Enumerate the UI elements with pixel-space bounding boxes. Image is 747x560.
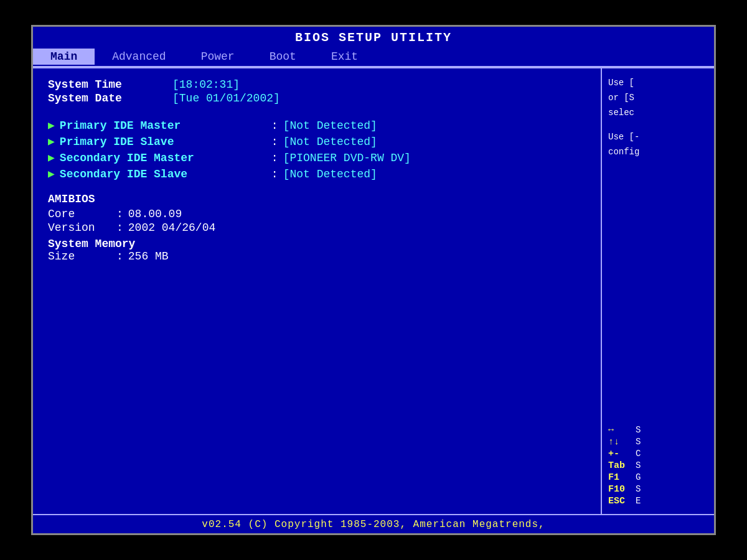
key-row-1: ↑↓ S [608, 437, 708, 447]
version-label: Version [48, 222, 116, 234]
size-row: Size : 256 MB [48, 250, 586, 263]
system-time-row: System Time [18:02:31] [48, 78, 586, 91]
core-sep: : [116, 208, 123, 220]
nav-main[interactable]: Main [33, 49, 95, 65]
amibios-section: AMIBIOS Core : 08.00.09 Version : 2002 0… [48, 193, 586, 263]
key-row-4: F1 G [608, 472, 708, 483]
key-sym-3: Tab [608, 460, 636, 471]
center-panel: System Time [18:02:31] System Date [Tue … [33, 68, 602, 514]
help-text-2: Use [- config [608, 130, 708, 160]
ide-label-1: Primary IDE Slave [60, 136, 271, 148]
amibios-version-row: Version : 2002 04/26/04 [48, 222, 586, 234]
ide-label-3: Secondary IDE Slave [60, 168, 271, 180]
ide-arrow-0: ▶ [48, 118, 55, 132]
core-label: Core [48, 208, 116, 220]
nav-power[interactable]: Power [184, 49, 252, 65]
nav-exit[interactable]: Exit [314, 49, 375, 65]
key-desc-6: E [636, 496, 641, 506]
key-row-3: Tab S [608, 460, 708, 471]
ide-colon-3: : [271, 168, 278, 180]
size-value: 256 MB [128, 250, 169, 263]
size-label: Size [48, 250, 116, 263]
ide-row-2[interactable]: ▶ Secondary IDE Master : [PIONEER DVD-RW… [48, 151, 586, 164]
ide-arrow-1: ▶ [48, 134, 55, 148]
ide-label-2: Secondary IDE Master [60, 152, 271, 164]
ide-row-3[interactable]: ▶ Secondary IDE Slave : [Not Detected] [48, 167, 586, 180]
ide-colon-1: : [271, 136, 278, 148]
ide-section: ▶ Primary IDE Master : [Not Detected] ▶ … [48, 118, 586, 180]
bios-screen: BIOS SETUP UTILITY Main Advanced Power B… [31, 25, 716, 535]
system-time-value[interactable]: [18:02:31] [172, 78, 240, 91]
ide-row-1[interactable]: ▶ Primary IDE Slave : [Not Detected] [48, 134, 586, 148]
nav-bar: Main Advanced Power Boot Exit [33, 47, 714, 67]
ide-value-1: [Not Detected] [283, 136, 377, 148]
system-time-label: System Time [48, 78, 172, 91]
sysmem-title: System Memory [48, 238, 586, 250]
key-desc-4: G [636, 472, 641, 483]
right-panel: Use [ or [S selec Use [- config ↔ S ↑↓ S… [602, 68, 714, 514]
system-date-row: System Date [Tue 01/01/2002] [48, 92, 586, 105]
nav-boot[interactable]: Boot [252, 49, 314, 65]
ide-row-0[interactable]: ▶ Primary IDE Master : [Not Detected] [48, 118, 586, 132]
key-sym-2: +- [608, 449, 636, 459]
help1-line1: Use [ [608, 78, 634, 88]
key-row-6: ESC E [608, 496, 708, 506]
system-date-label: System Date [48, 92, 172, 105]
system-date-value[interactable]: [Tue 01/01/2002] [172, 92, 280, 105]
size-sep: : [116, 250, 123, 263]
help2-line2: config [608, 147, 639, 157]
ide-label-0: Primary IDE Master [60, 119, 271, 132]
key-desc-3: S [636, 460, 641, 471]
key-sym-5: F10 [608, 484, 636, 495]
key-sym-1: ↑↓ [608, 437, 636, 447]
key-sym-4: F1 [608, 472, 636, 483]
key-desc-0: S [636, 425, 641, 436]
amibios-title: AMIBIOS [48, 193, 586, 205]
key-legend: ↔ S ↑↓ S +- C Tab S F1 G [608, 425, 708, 506]
key-row-2: +- C [608, 449, 708, 459]
main-content: System Time [18:02:31] System Date [Tue … [33, 67, 714, 514]
help2-line1: Use [- [608, 132, 639, 142]
ide-arrow-2: ▶ [48, 151, 55, 164]
ide-arrow-3: ▶ [48, 167, 55, 180]
key-desc-1: S [636, 437, 641, 447]
nav-advanced[interactable]: Advanced [95, 49, 183, 65]
key-row-0: ↔ S [608, 425, 708, 436]
key-sym-0: ↔ [608, 425, 636, 436]
footer-bar: v02.54 (C) Copyright 1985-2003, American… [33, 514, 714, 533]
ide-colon-2: : [271, 152, 278, 164]
key-row-5: F10 S [608, 484, 708, 495]
help1-line2: or [S [608, 93, 634, 103]
core-value: 08.00.09 [128, 208, 182, 220]
amibios-core-row: Core : 08.00.09 [48, 208, 586, 220]
ide-value-3: [Not Detected] [283, 168, 377, 180]
help1-line3: selec [608, 108, 634, 118]
ide-colon-0: : [271, 119, 278, 132]
ide-value-0: [Not Detected] [283, 119, 377, 132]
key-sym-6: ESC [608, 496, 636, 506]
help-text-1: Use [ or [S selec [608, 76, 708, 120]
key-desc-5: S [636, 484, 641, 495]
ide-value-2: [PIONEER DVD-RW DV] [283, 152, 411, 164]
version-value: 2002 04/26/04 [128, 222, 215, 234]
bios-title: BIOS SETUP UTILITY [33, 27, 714, 47]
key-desc-2: C [636, 449, 641, 459]
version-sep: : [116, 222, 123, 234]
